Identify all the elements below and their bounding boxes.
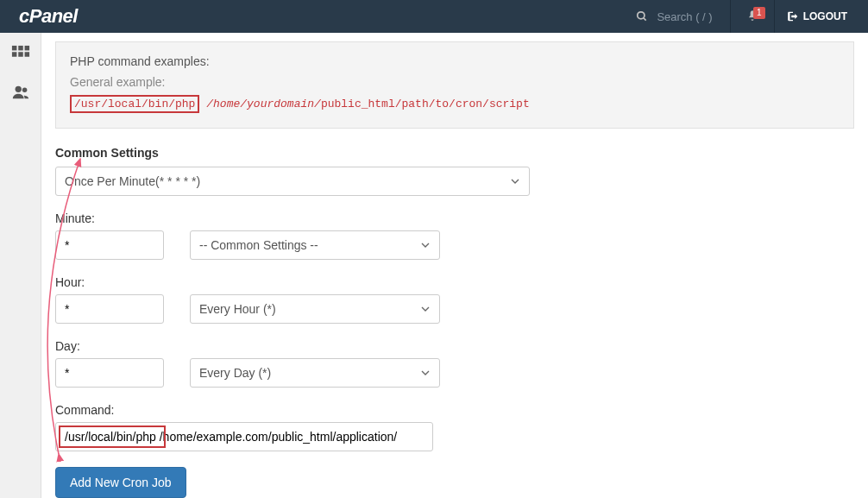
svg-point-8 <box>15 86 21 92</box>
example-bin-path: /usr/local/bin/php <box>70 95 199 113</box>
svg-rect-2 <box>11 46 16 51</box>
hour-select[interactable]: Every Hour (*) <box>190 294 440 324</box>
example-script-path: public_html/path/to/cron/script <box>321 98 530 110</box>
sidebar <box>0 33 41 498</box>
day-label: Day: <box>55 339 854 353</box>
notification-badge: 1 <box>753 7 765 19</box>
grid-icon[interactable] <box>11 45 30 64</box>
logout-button[interactable]: LOGOUT <box>775 10 859 22</box>
example-code: /usr/local/bin/php /home/yourdomain/publ… <box>70 98 840 110</box>
svg-rect-6 <box>18 52 23 57</box>
search-box[interactable]: Search ( / ) <box>636 10 712 23</box>
hour-input[interactable] <box>55 294 164 324</box>
svg-rect-5 <box>11 52 16 57</box>
svg-rect-4 <box>24 46 29 51</box>
minute-label: Minute: <box>55 211 854 225</box>
minute-input[interactable] <box>55 230 164 260</box>
svg-line-1 <box>644 18 646 21</box>
example-title: PHP command examples: <box>70 54 840 68</box>
day-select[interactable]: Every Day (*) <box>190 358 440 388</box>
logout-icon <box>787 10 799 22</box>
php-example-box: PHP command examples: General example: /… <box>55 41 854 129</box>
top-header: cPanel Search ( / ) 1 LOGOUT <box>0 0 868 33</box>
example-subtitle: General example: <box>70 75 840 89</box>
command-label: Command: <box>55 403 854 417</box>
minute-select[interactable]: -- Common Settings -- <box>190 230 440 260</box>
svg-point-0 <box>638 12 645 19</box>
search-icon <box>636 10 648 22</box>
svg-rect-7 <box>24 52 29 57</box>
logout-label: LOGOUT <box>803 10 847 22</box>
day-input[interactable] <box>55 358 164 388</box>
search-placeholder: Search ( / ) <box>657 10 712 23</box>
example-home-path: /home/yourdomain/ <box>206 98 321 110</box>
main-content: PHP command examples: General example: /… <box>41 33 868 498</box>
notifications-button[interactable]: 1 <box>731 9 774 25</box>
common-settings-label: Common Settings <box>55 146 854 160</box>
users-icon[interactable] <box>11 83 30 102</box>
common-settings-select[interactable]: Once Per Minute(* * * * *) <box>55 167 530 196</box>
command-input[interactable] <box>55 422 433 451</box>
svg-rect-3 <box>18 46 23 51</box>
add-cron-job-button[interactable]: Add New Cron Job <box>55 467 186 498</box>
cpanel-logo[interactable]: cPanel <box>9 5 78 28</box>
hour-label: Hour: <box>55 275 854 289</box>
svg-point-9 <box>22 88 27 93</box>
